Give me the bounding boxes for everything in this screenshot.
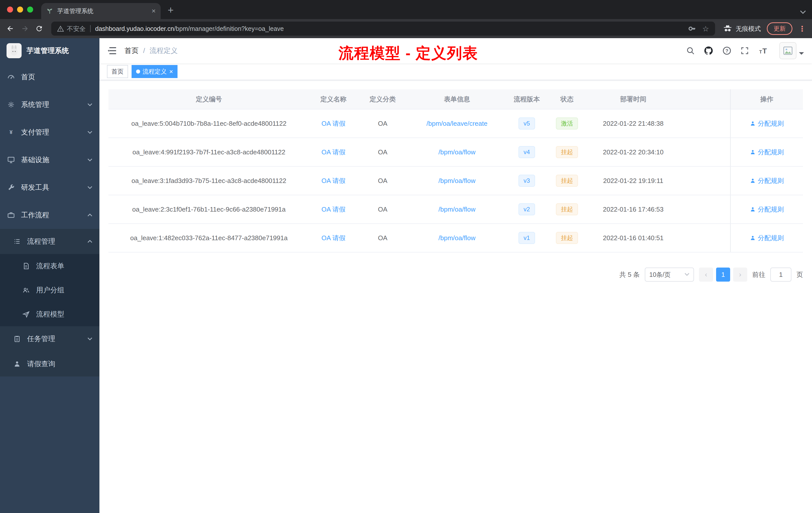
back-button[interactable] bbox=[6, 24, 14, 33]
assign-rule-link[interactable]: 分配规则 bbox=[750, 148, 784, 157]
clipboard-icon bbox=[13, 335, 21, 342]
form-link[interactable]: /bpm/oa/flow bbox=[438, 148, 475, 156]
chevron-down-icon bbox=[87, 336, 92, 341]
screen: 芋道管理系统 × + 不安全 dashboard.yudao.iocoder.c… bbox=[0, 0, 812, 513]
browser-tab[interactable]: 芋道管理系统 × bbox=[41, 3, 161, 19]
page-number-button[interactable]: 1 bbox=[716, 268, 730, 281]
definition-name-link[interactable]: OA 请假 bbox=[321, 176, 345, 185]
definition-name-link[interactable]: OA 请假 bbox=[321, 148, 345, 157]
table-row: oa_leave:3:1fad3d93-7b75-11ec-a3c8-acde4… bbox=[109, 167, 803, 195]
page-content: 定义编号 定义名称 定义分类 表单信息 流程版本 状态 部署时间 操作 oa_l… bbox=[99, 80, 812, 513]
definition-table: 定义编号 定义名称 定义分类 表单信息 流程版本 状态 部署时间 操作 oa_l… bbox=[109, 89, 803, 252]
chevron-down-icon bbox=[87, 130, 92, 135]
assign-rule-link[interactable]: 分配规则 bbox=[750, 119, 784, 128]
avatar bbox=[779, 42, 796, 59]
form-link[interactable]: /bpm/oa/flow bbox=[438, 234, 475, 242]
breadcrumb-separator: / bbox=[143, 47, 145, 55]
address-bar[interactable]: 不安全 dashboard.yudao.iocoder.cn /bpm/mana… bbox=[51, 22, 715, 36]
app-logo bbox=[6, 43, 22, 58]
assign-rule-link[interactable]: 分配规则 bbox=[750, 176, 784, 185]
window-controls bbox=[7, 6, 33, 12]
dashboard-icon bbox=[7, 73, 15, 81]
sidebar-item-leave-query[interactable]: 请假查询 bbox=[0, 351, 99, 376]
definition-id: oa_leave:5:004b710b-7b8a-11ec-8ef0-acde4… bbox=[109, 120, 309, 127]
annotation-overlay: 流程模型 - 定义列表 bbox=[339, 43, 478, 63]
form-link[interactable]: /bpm/oa/flow bbox=[438, 177, 475, 185]
sidebar-item-infrastructure[interactable]: 基础设施 bbox=[0, 146, 99, 174]
version-tag: v2 bbox=[519, 203, 535, 215]
form-link[interactable]: /bpm/oa/flow bbox=[438, 206, 475, 213]
password-key-icon[interactable] bbox=[688, 25, 696, 33]
wrench-icon bbox=[7, 183, 15, 191]
deploy-time: 2022-01-22 19:19:11 bbox=[586, 177, 680, 185]
security-indicator[interactable]: 不安全 bbox=[57, 25, 86, 33]
user-menu[interactable] bbox=[779, 42, 804, 59]
sidebar-item-workflow[interactable]: 工作流程 bbox=[0, 201, 99, 229]
sidebar-item-home[interactable]: 首页 bbox=[0, 63, 99, 91]
form-link[interactable]: /bpm/oa/leave/create bbox=[427, 120, 488, 127]
window-close-button[interactable] bbox=[7, 6, 13, 12]
svg-text:T: T bbox=[762, 47, 767, 55]
header-name: 定义名称 bbox=[309, 95, 357, 104]
header-category: 定义分类 bbox=[357, 95, 408, 104]
page-size-select[interactable]: 10条/页 bbox=[645, 268, 694, 281]
tab-search-chevron-icon[interactable] bbox=[800, 7, 806, 16]
prev-page-button[interactable]: ‹ bbox=[699, 268, 713, 281]
tag-process-definition[interactable]: 流程定义 × bbox=[132, 65, 177, 78]
help-icon[interactable]: ? bbox=[722, 46, 732, 56]
status-tag: 挂起 bbox=[556, 203, 578, 215]
fullscreen-icon[interactable] bbox=[740, 46, 749, 55]
browser-tab-strip: 芋道管理系统 × + bbox=[0, 0, 812, 19]
table-row: oa_leave:5:004b710b-7b8a-11ec-8ef0-acde4… bbox=[109, 110, 803, 138]
sidebar-item-process-form[interactable]: 流程表单 bbox=[0, 254, 99, 278]
app-logo-row[interactable]: 芋道管理系统 bbox=[0, 38, 99, 63]
definition-category: OA bbox=[357, 148, 408, 156]
browser-menu-icon[interactable]: ⋮ bbox=[799, 24, 806, 33]
bookmark-star-icon[interactable]: ☆ bbox=[702, 24, 709, 33]
definition-name-link[interactable]: OA 请假 bbox=[321, 234, 345, 242]
search-icon[interactable] bbox=[686, 46, 695, 55]
chevron-down-icon bbox=[799, 52, 804, 57]
reload-button[interactable] bbox=[35, 25, 43, 33]
breadcrumb-current: 流程定义 bbox=[150, 46, 178, 56]
version-tag: v3 bbox=[519, 175, 535, 187]
next-page-button[interactable]: › bbox=[733, 268, 747, 281]
table-row: oa_leave:4:991f2193-7b7f-11ec-a3c8-acde4… bbox=[109, 138, 803, 167]
assign-rule-link[interactable]: 分配规则 bbox=[750, 205, 784, 214]
status-tag: 激活 bbox=[556, 117, 578, 129]
sidebar-item-process-management[interactable]: 流程管理 bbox=[0, 229, 99, 254]
security-label: 不安全 bbox=[67, 25, 86, 33]
github-icon[interactable] bbox=[703, 46, 714, 56]
window-zoom-button[interactable] bbox=[27, 6, 33, 12]
sidebar-item-system[interactable]: 系统管理 bbox=[0, 91, 99, 118]
browser-update-button[interactable]: 更新 bbox=[767, 22, 792, 35]
window-minimize-button[interactable] bbox=[17, 6, 23, 12]
table-row: oa_leave:1:482ec033-762a-11ec-8477-a2380… bbox=[109, 224, 803, 252]
sidebar-item-task-management[interactable]: 任务管理 bbox=[0, 326, 99, 351]
breadcrumb-home-link[interactable]: 首页 bbox=[124, 46, 139, 56]
tag-home[interactable]: 首页 bbox=[107, 65, 128, 78]
yen-icon: ¥ bbox=[7, 128, 15, 136]
active-dot bbox=[136, 69, 140, 73]
definition-name-link[interactable]: OA 请假 bbox=[321, 119, 345, 128]
assign-rule-link[interactable]: 分配规则 bbox=[750, 234, 784, 242]
sidebar-item-devtools[interactable]: 研发工具 bbox=[0, 174, 99, 201]
page-jump-input[interactable] bbox=[770, 268, 791, 281]
incognito-icon bbox=[723, 25, 732, 33]
sidebar-collapse-button[interactable] bbox=[108, 47, 116, 55]
svg-text:T: T bbox=[759, 50, 762, 55]
tab-close-icon[interactable]: × bbox=[152, 7, 156, 14]
font-size-icon[interactable]: TT bbox=[758, 46, 769, 55]
definition-name-link[interactable]: OA 请假 bbox=[321, 205, 345, 214]
sidebar-item-process-model[interactable]: 流程模型 bbox=[0, 302, 99, 326]
table-header-row: 定义编号 定义名称 定义分类 表单信息 流程版本 状态 部署时间 操作 bbox=[109, 89, 803, 110]
sidebar-item-user-group[interactable]: 用户分组 bbox=[0, 278, 99, 302]
gear-icon bbox=[7, 101, 15, 109]
new-tab-button[interactable]: + bbox=[168, 5, 174, 15]
forward-button[interactable] bbox=[21, 24, 29, 33]
tag-close-icon[interactable]: × bbox=[169, 68, 173, 75]
deploy-time: 2022-01-16 01:40:51 bbox=[586, 234, 680, 242]
sidebar-item-payment[interactable]: ¥ 支付管理 bbox=[0, 118, 99, 146]
header-form: 表单信息 bbox=[408, 95, 506, 104]
definition-category: OA bbox=[357, 206, 408, 213]
